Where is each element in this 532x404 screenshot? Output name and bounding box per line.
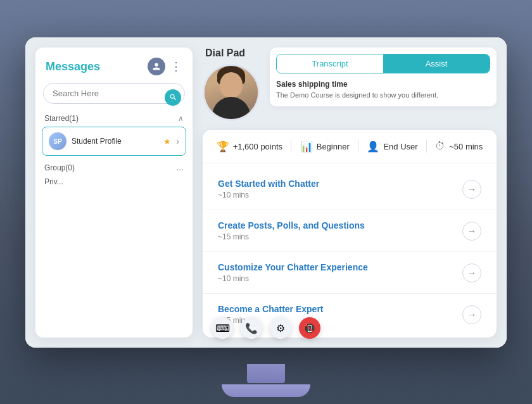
chart-icon: 📊: [300, 141, 313, 153]
stat-points-text: +1,600 points: [233, 142, 282, 151]
sidebar-actions: ⋮: [148, 58, 182, 75]
tab-transcript[interactable]: Transcript: [277, 54, 383, 73]
stat-points: 🏆 +1,600 points: [217, 141, 282, 153]
course-item-3-content: Customize Your Chatter Experience ~10 mi…: [218, 262, 462, 283]
course-item-4-title: Become a Chatter Expert: [218, 304, 462, 314]
starred-item-name: Student Profile: [72, 137, 158, 146]
course-item-1-arrow[interactable]: →: [462, 180, 481, 199]
group-expand-icon[interactable]: …: [176, 163, 184, 172]
private-section-label: Priv...: [35, 175, 193, 189]
avatar-image: [205, 66, 258, 119]
stat-level: 📊 Beginner: [300, 141, 350, 153]
settings-button[interactable]: ⚙: [270, 317, 291, 339]
stat-level-text: Beginner: [317, 142, 350, 151]
course-item-2-duration: ~15 mins: [218, 232, 462, 241]
course-item-1-title: Get Started with Chatter: [218, 179, 462, 189]
messages-sidebar: Messages ⋮: [35, 47, 193, 338]
starred-label-text: Starred(1): [44, 114, 79, 123]
group-label-text: Group(0): [44, 163, 75, 172]
course-item-2[interactable]: Create Posts, Polls, and Questions ~15 m…: [203, 210, 497, 252]
course-list: Get Started with Chatter ~10 mins → Crea…: [203, 163, 497, 338]
stat-divider-1: [291, 140, 291, 153]
end-call-button[interactable]: 📵: [299, 317, 320, 339]
course-item-1-content: Get Started with Chatter ~10 mins: [218, 179, 462, 199]
transcript-section: Transcript Assist Sales shipping time Th…: [270, 47, 497, 106]
trophy-icon: 🏆: [217, 141, 229, 153]
course-item-3-duration: ~10 mins: [218, 274, 462, 283]
sidebar-header: Messages ⋮: [35, 47, 193, 83]
course-card: 🏆 +1,600 points 📊 Beginner 👤: [203, 130, 497, 338]
course-item-3-title: Customize Your Chatter Experience: [218, 262, 462, 272]
avatar-body: [212, 97, 250, 119]
starred-collapse-icon[interactable]: ∧: [178, 114, 184, 123]
search-button[interactable]: [165, 89, 181, 106]
dial-pad-section: Dial Pad: [203, 47, 260, 121]
stat-divider-3: [426, 140, 427, 153]
profile-icon[interactable]: [148, 58, 165, 75]
sidebar-title: Messages: [46, 60, 100, 73]
bottom-toolbar: ⌨ 📞 ⚙ 📵: [212, 317, 320, 339]
user-icon: 👤: [367, 141, 379, 153]
dial-pad-title: Dial Pad: [205, 47, 245, 59]
stat-divider-2: [358, 140, 358, 153]
search-container: [35, 83, 193, 111]
clock-icon: ⏱: [435, 141, 445, 152]
phone-button[interactable]: 📞: [241, 317, 262, 339]
course-item-1-duration: ~10 mins: [218, 191, 462, 199]
more-options-icon[interactable]: ⋮: [170, 60, 182, 73]
transcript-item-title: Sales shipping time: [276, 80, 490, 89]
dial-pad-avatar: [203, 64, 260, 121]
screen-background: Messages ⋮: [0, 0, 532, 404]
group-section-label: Group(0) …: [35, 161, 193, 175]
tab-assist[interactable]: Assist: [383, 54, 490, 73]
stat-role: 👤 End User: [367, 141, 417, 153]
keyboard-button[interactable]: ⌨: [212, 317, 233, 339]
stat-duration: ⏱ ~50 mins: [435, 141, 483, 152]
app-container: Messages ⋮: [25, 37, 507, 348]
course-item-2-title: Create Posts, Polls, and Questions: [218, 220, 462, 230]
course-item-3[interactable]: Customize Your Chatter Experience ~10 mi…: [203, 252, 497, 294]
main-content: Dial Pad Transcript: [193, 37, 507, 348]
course-item-1[interactable]: Get Started with Chatter ~10 mins →: [203, 168, 497, 210]
course-item-2-arrow[interactable]: →: [462, 222, 481, 241]
starred-item-chevron: ›: [176, 136, 179, 146]
search-input[interactable]: [43, 83, 185, 104]
starred-section-label: Starred(1) ∧: [35, 111, 193, 127]
stand-neck: [247, 364, 285, 383]
avatar-face: [220, 72, 243, 98]
starred-item[interactable]: SP Student Profile ★ ›: [42, 127, 186, 156]
star-icon: ★: [163, 137, 171, 146]
monitor-frame: Messages ⋮: [25, 37, 507, 367]
course-item-3-arrow[interactable]: →: [462, 263, 481, 282]
transcript-tabs: Transcript Assist: [276, 54, 490, 73]
course-item-4-arrow[interactable]: →: [462, 305, 481, 324]
stat-duration-text: ~50 mins: [449, 142, 483, 151]
transcript-item-text: The Demo Course is designed to show you …: [276, 91, 490, 100]
starred-item-avatar: SP: [49, 132, 66, 150]
private-label-text: Priv...: [44, 177, 63, 186]
course-stats: 🏆 +1,600 points 📊 Beginner 👤: [203, 130, 497, 163]
course-item-2-content: Create Posts, Polls, and Questions ~15 m…: [218, 220, 462, 241]
stat-role-text: End User: [383, 142, 417, 151]
monitor-screen: Messages ⋮: [25, 37, 507, 348]
top-area: Dial Pad Transcript: [203, 47, 497, 121]
stand-base: [222, 384, 310, 397]
monitor-stand: [222, 364, 310, 397]
